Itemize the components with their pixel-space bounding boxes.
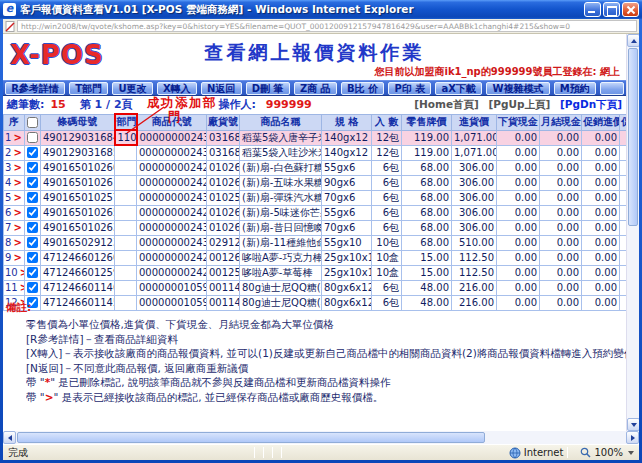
- cell-dept: [115, 220, 137, 235]
- row-checkbox[interactable]: [27, 207, 38, 218]
- table-row[interactable]: 3>49016501026000000000024211010260(新)扇-白…: [4, 160, 627, 175]
- cell-select[interactable]: [25, 235, 41, 250]
- row-checkbox[interactable]: [27, 192, 38, 203]
- cell-barcode: 4901650102631: [41, 220, 115, 235]
- table-row[interactable]: 4>49016501026170000000024228010261(新)扇-五…: [4, 175, 627, 190]
- scroll-left-button[interactable]: [3, 431, 16, 444]
- toolbar-button-11[interactable]: W複雜模式: [486, 82, 549, 95]
- cell-monthly: 0.00: [540, 250, 582, 265]
- operator-label: 操作人:: [219, 98, 256, 111]
- scroll-right-button[interactable]: [626, 431, 639, 444]
- toolbar-button-7[interactable]: Z商 品: [294, 82, 337, 95]
- cell-select[interactable]: [25, 145, 41, 160]
- row-checkbox[interactable]: [27, 132, 38, 143]
- nav-pgup[interactable]: [PgUp上頁]: [488, 98, 550, 110]
- cell-select[interactable]: [25, 220, 41, 235]
- toolbar-button-1[interactable]: R參考詳情: [5, 82, 65, 95]
- row-checkbox[interactable]: [27, 282, 38, 293]
- table-row[interactable]: 8>49016502912360000000024341029123(新)扇-1…: [4, 235, 627, 250]
- cell-retail: 15.00: [402, 250, 452, 265]
- table-body: 1>49012903168491100000000024303031684稻葉5…: [4, 130, 627, 310]
- col-header-14: 促銷現金: [620, 114, 627, 130]
- cell-qty: 6包: [372, 175, 402, 190]
- toolbar-button-partial[interactable]: [600, 82, 624, 95]
- cell-select[interactable]: [25, 280, 41, 295]
- horizontal-scroll-track[interactable]: [486, 431, 626, 444]
- nav-pgdn[interactable]: [PgDn下頁]: [560, 98, 622, 110]
- nav-home[interactable]: [Home首頁]: [414, 98, 479, 110]
- received-mark: >: [13, 252, 21, 263]
- horizontal-scroll-thumb[interactable]: [17, 432, 485, 443]
- row-checkbox[interactable]: [27, 147, 38, 158]
- zoom-control[interactable]: 100%: [580, 447, 634, 458]
- cell-barcode: 4901650102655: [41, 205, 115, 220]
- col-header-6: 商品名稱: [240, 114, 322, 130]
- row-checkbox[interactable]: [27, 177, 38, 188]
- cell-code: 0000000024259: [137, 265, 207, 280]
- cell-select[interactable]: [25, 250, 41, 265]
- col-header-2: 條碼母號: [41, 114, 115, 130]
- cell-monthly: 0.00: [540, 220, 582, 235]
- cell-dept: [115, 160, 137, 175]
- table-row[interactable]: 10>47124660125910000000024259001259哆啦A夢-…: [4, 265, 627, 280]
- vertical-scroll-track[interactable]: [627, 227, 639, 418]
- received-mark: >: [13, 192, 21, 203]
- cell-purchase: 1,071.00: [452, 130, 497, 145]
- vertical-scroll-thumb[interactable]: [628, 48, 638, 226]
- cell-name: (新)扇-11種維他命糖: [240, 235, 322, 250]
- cell-monthly: 0.00: [540, 130, 582, 145]
- close-button[interactable]: [622, 2, 639, 17]
- cell-dept: [115, 280, 137, 295]
- zoom-caret-icon: [628, 451, 634, 455]
- received-mark: >: [13, 237, 21, 248]
- row-checkbox[interactable]: [27, 252, 38, 263]
- table-row[interactable]: 1>49012903168491100000000024303031684稻葉5…: [4, 130, 627, 145]
- toolbar-button-2[interactable]: T部門: [69, 82, 108, 95]
- toolbar-button-12[interactable]: M預約: [554, 82, 596, 95]
- row-checkbox[interactable]: [27, 267, 38, 278]
- cell-code: 0000000024327: [137, 190, 207, 205]
- cell-select[interactable]: [25, 160, 41, 175]
- toolbar-button-10[interactable]: aX下載: [435, 82, 482, 95]
- cell-name: 稻葉5袋入哇沙米米果: [240, 145, 322, 160]
- cell-promo: 0.00: [582, 130, 620, 145]
- table-row[interactable]: 5>49016501025700000000024327010257(新)扇-彈…: [4, 190, 627, 205]
- cell-promo: 0.00: [582, 280, 620, 295]
- cell-code: 0000000024242: [137, 250, 207, 265]
- minimize-button[interactable]: [584, 2, 601, 17]
- toolbar-button-6[interactable]: D刪 筆: [246, 82, 290, 95]
- cell-barcode: 4712466011464: [41, 280, 115, 295]
- toolbar-button-9[interactable]: P印 表: [388, 82, 431, 95]
- cell-spec: 55gx6: [322, 205, 372, 220]
- maximize-button[interactable]: [603, 2, 620, 17]
- row-checkbox[interactable]: [27, 222, 38, 233]
- toolbar-button-3[interactable]: U更改: [112, 82, 152, 95]
- cell-select[interactable]: [25, 175, 41, 190]
- cell-select[interactable]: [25, 190, 41, 205]
- table-row[interactable]: 9>47124660126070000000024242001260哆啦A夢-巧…: [4, 250, 627, 265]
- toolbar-button-8[interactable]: B比 价: [341, 82, 384, 95]
- table-row[interactable]: 11>4712466011464000000010594100114680g迪士…: [4, 280, 627, 295]
- cell-select[interactable]: [25, 265, 41, 280]
- cell-code: 0000000024334: [137, 220, 207, 235]
- cell-qty: 10盒: [372, 250, 402, 265]
- cell-name: (新)扇-五味水果糖: [240, 175, 322, 190]
- cell-qty: 10包: [372, 235, 402, 250]
- cell-spec: 140gx12: [322, 130, 372, 145]
- table-row[interactable]: 7>49016501026310000000024334010263(新)扇-昔…: [4, 220, 627, 235]
- table-row[interactable]: 6>49016501026550000000024235010265(新)扇-5…: [4, 205, 627, 220]
- cell-spec: 25gx10x12: [322, 265, 372, 280]
- cell-select[interactable]: [25, 205, 41, 220]
- row-checkbox[interactable]: [27, 237, 38, 248]
- vertical-scrollbar[interactable]: [626, 34, 639, 431]
- select-all-checkbox[interactable]: [27, 117, 38, 128]
- address-url[interactable]: http://win2008/tw/qvote/kshome.asp?key=0…: [17, 20, 637, 32]
- cell-select[interactable]: [25, 130, 41, 145]
- row-checkbox[interactable]: [27, 162, 38, 173]
- ie-icon: e: [3, 3, 16, 16]
- toolbar-button-5[interactable]: N返回: [201, 82, 242, 95]
- horizontal-scrollbar[interactable]: [3, 431, 639, 444]
- table-row[interactable]: 2>49012903168560000000024310031685稻葉5袋入哇…: [4, 145, 627, 160]
- toolbar-button-4[interactable]: X轉入: [157, 82, 197, 95]
- cell-cash: 0.00: [497, 130, 540, 145]
